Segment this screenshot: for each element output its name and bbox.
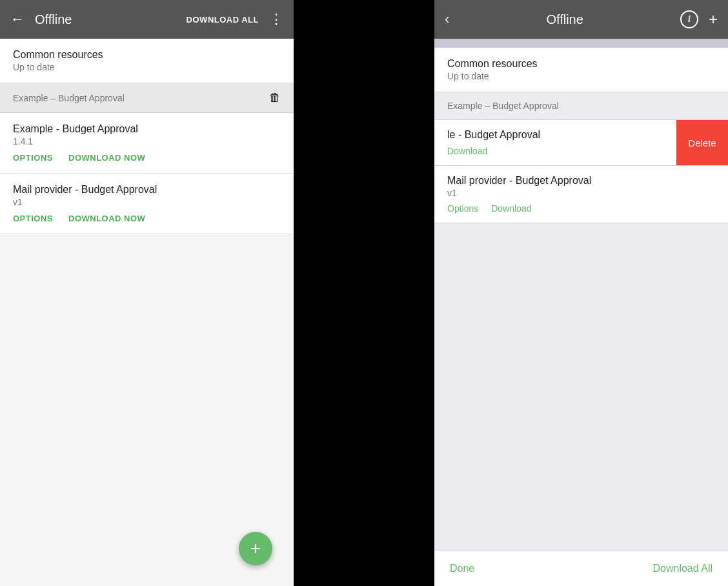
right-panel: ‹ Offline i + Common resources Up to dat… xyxy=(434,0,728,586)
right-info-button[interactable]: i xyxy=(680,10,698,28)
right-mail-version: v1 xyxy=(447,188,715,198)
right-plus-button[interactable]: + xyxy=(709,10,718,28)
right-mail-download-button[interactable]: Download xyxy=(491,203,531,214)
right-common-resources-subtitle: Up to date xyxy=(447,71,715,81)
right-swipe-row-actions: Download xyxy=(447,146,663,156)
right-footer: Done Download All xyxy=(434,550,728,586)
right-mail-options-button[interactable]: Options xyxy=(447,203,478,214)
right-top-bar xyxy=(434,39,728,48)
right-mail-actions: Options Download xyxy=(447,203,715,214)
left-workflow-item-0: Example - Budget Approval 1.4.1 OPTIONS … xyxy=(0,113,294,174)
right-mail-item: Mail provider - Budget Approval v1 Optio… xyxy=(434,166,728,223)
left-back-button[interactable]: ← xyxy=(10,11,25,28)
left-section-title: Example – Budget Approval xyxy=(13,93,125,103)
left-fab-button[interactable]: + xyxy=(239,532,272,565)
left-common-resources-item: Common resources Up to date xyxy=(0,39,294,83)
right-swipe-download-button[interactable]: Download xyxy=(447,146,487,156)
right-header: ‹ Offline i + xyxy=(434,0,728,39)
right-back-button[interactable]: ‹ xyxy=(445,11,449,28)
right-download-all-button[interactable]: Download All xyxy=(653,563,713,574)
left-download-all-button[interactable]: DOWNLOAD ALL xyxy=(187,15,259,25)
left-wf-title-0: Example - Budget Approval xyxy=(13,123,281,135)
left-header: ← Offline DOWNLOAD ALL ⋮ xyxy=(0,0,294,39)
left-workflow-item-1: Mail provider - Budget Approval v1 OPTIO… xyxy=(0,174,294,234)
left-common-resources-subtitle: Up to date xyxy=(13,62,281,72)
left-options-button-0[interactable]: OPTIONS xyxy=(13,153,53,163)
right-done-button[interactable]: Done xyxy=(450,563,474,574)
right-delete-button[interactable]: Delete xyxy=(676,120,728,165)
right-content: Common resources Up to date Example – Bu… xyxy=(434,48,728,550)
left-more-button[interactable]: ⋮ xyxy=(269,11,283,28)
left-download-button-0[interactable]: DOWNLOAD NOW xyxy=(68,153,145,163)
right-swipe-row-title: le - Budget Approval xyxy=(447,129,663,141)
left-title: Offline xyxy=(35,12,176,27)
left-wf-version-1: v1 xyxy=(13,197,281,207)
right-common-resources-item: Common resources Up to date xyxy=(434,48,728,92)
right-section-title: Example – Budget Approval xyxy=(447,101,559,111)
left-wf-title-1: Mail provider - Budget Approval xyxy=(13,184,281,196)
left-wf-version-0: 1.4.1 xyxy=(13,136,281,146)
left-options-button-1[interactable]: OPTIONS xyxy=(13,214,53,223)
left-content: Common resources Up to date Example – Bu… xyxy=(0,39,294,586)
right-swipe-row-content: le - Budget Approval Download xyxy=(434,120,676,165)
center-divider xyxy=(294,0,434,586)
left-common-resources-title: Common resources xyxy=(13,49,281,61)
left-wf-actions-1: OPTIONS DOWNLOAD NOW xyxy=(13,214,281,223)
right-common-resources-title: Common resources xyxy=(447,58,715,70)
right-swipe-row: le - Budget Approval Download Delete xyxy=(434,120,728,166)
left-download-button-1[interactable]: DOWNLOAD NOW xyxy=(68,214,145,223)
left-wf-actions-0: OPTIONS DOWNLOAD NOW xyxy=(13,153,281,163)
right-title: Offline xyxy=(460,12,670,27)
left-panel: ← Offline DOWNLOAD ALL ⋮ Common resource… xyxy=(0,0,294,586)
left-section-header: Example – Budget Approval 🗑 xyxy=(0,83,294,113)
left-delete-icon[interactable]: 🗑 xyxy=(269,91,281,105)
right-section-header: Example – Budget Approval xyxy=(434,92,728,120)
right-mail-title: Mail provider - Budget Approval xyxy=(447,175,715,187)
